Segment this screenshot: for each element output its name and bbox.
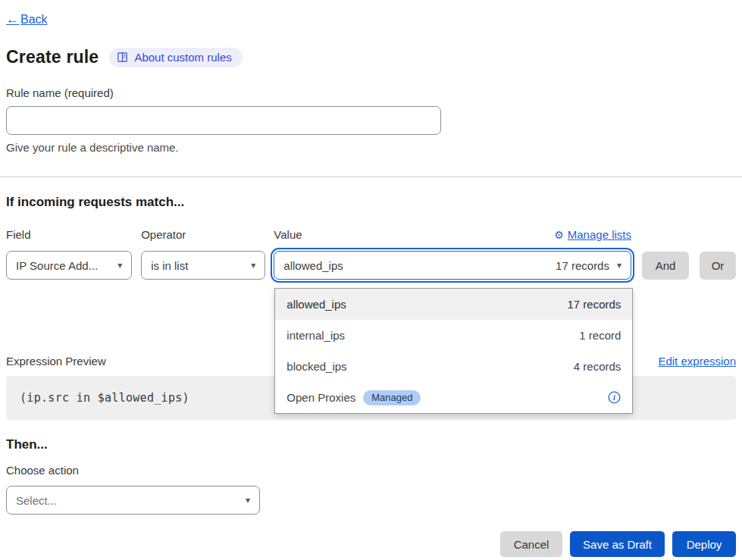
rule-name-label: Rule name (required)	[6, 86, 736, 99]
list-option-internal-ips[interactable]: internal_ips 1 record	[275, 320, 632, 351]
managed-badge: Managed	[363, 390, 421, 405]
choose-action-label: Choose action	[6, 464, 736, 477]
list-option-allowed-ips[interactable]: allowed_ips 17 records	[275, 289, 632, 320]
back-label: Back	[20, 13, 48, 27]
deploy-button[interactable]: Deploy	[672, 531, 736, 557]
back-link[interactable]: ← Back	[6, 12, 48, 27]
chevron-down-icon: ▾	[117, 260, 122, 271]
expression-preview-label: Expression Preview	[6, 355, 106, 368]
save-as-draft-button[interactable]: Save as Draft	[570, 531, 665, 557]
field-column: Field IP Source Add... ▾	[6, 228, 132, 280]
action-select-placeholder: Select...	[16, 494, 57, 507]
title-row: Create rule About custom rules	[6, 47, 736, 67]
or-button[interactable]: Or	[700, 252, 736, 280]
section-divider	[0, 177, 742, 177]
operator-select-value: is in list	[151, 259, 188, 272]
operator-select[interactable]: is in list ▾	[141, 251, 265, 280]
list-option-records: 1 record	[579, 329, 621, 342]
value-select[interactable]: allowed_ips 17 records ▾	[274, 251, 631, 280]
list-option-name: internal_ips	[286, 329, 345, 342]
list-option-name: Open Proxies	[286, 391, 355, 404]
page-title: Create rule	[6, 47, 99, 67]
rule-name-input[interactable]	[6, 106, 441, 135]
value-select-records: 17 records	[556, 259, 609, 272]
chevron-down-icon: ▾	[251, 260, 255, 271]
book-icon	[117, 52, 128, 63]
value-header-row: Value ⚙ Manage lists	[274, 228, 631, 241]
value-select-wrapper: allowed_ips 17 records ▾ allowed_ips 17 …	[274, 251, 631, 280]
list-dropdown-menu: allowed_ips 17 records internal_ips 1 re…	[274, 288, 633, 414]
svg-text:i: i	[613, 393, 615, 402]
gear-icon: ⚙	[554, 229, 564, 241]
action-select[interactable]: Select... ▾	[6, 486, 260, 515]
operator-label: Operator	[141, 228, 265, 241]
info-icon[interactable]: i	[608, 391, 621, 404]
chevron-down-icon: ▾	[617, 260, 621, 271]
value-column: Value ⚙ Manage lists allowed_ips 17 reco…	[274, 228, 631, 280]
manage-lists-link[interactable]: ⚙ Manage lists	[554, 228, 631, 241]
expression-code: (ip.src in $allowed_ips)	[20, 391, 189, 405]
field-select-value: IP Source Add...	[16, 259, 98, 272]
about-custom-rules-link[interactable]: About custom rules	[109, 48, 242, 67]
condition-row: Field IP Source Add... ▾ Operator is in …	[6, 228, 736, 280]
chevron-down-icon: ▾	[246, 495, 250, 505]
list-option-records: 17 records	[567, 298, 621, 311]
manage-lists-label: Manage lists	[568, 228, 631, 241]
list-option-open-proxies[interactable]: Open Proxies Managed i	[275, 382, 632, 413]
field-label: Field	[6, 228, 132, 241]
operator-column: Operator is in list ▾	[141, 228, 265, 280]
list-option-name: allowed_ips	[286, 298, 346, 311]
list-option-name: blocked_ips	[286, 360, 346, 373]
cancel-button[interactable]: Cancel	[500, 531, 562, 557]
match-heading: If incoming requests match...	[6, 195, 736, 210]
and-button[interactable]: And	[642, 252, 689, 280]
edit-expression-link[interactable]: Edit expression	[658, 355, 736, 368]
rule-name-helper: Give your rule a descriptive name.	[6, 141, 736, 154]
then-heading: Then...	[6, 437, 736, 452]
create-rule-page: ← Back Create rule About custom rules Ru…	[0, 0, 742, 560]
value-label: Value	[274, 228, 302, 241]
back-arrow-icon: ←	[6, 12, 19, 27]
field-select[interactable]: IP Source Add... ▾	[6, 251, 132, 280]
list-option-blocked-ips[interactable]: blocked_ips 4 records	[275, 351, 632, 382]
andor-group: And Or	[642, 252, 736, 280]
value-select-value: allowed_ips	[283, 259, 343, 272]
list-option-records: 4 records	[574, 360, 621, 373]
footer-actions: Cancel Save as Draft Deploy	[6, 531, 736, 557]
about-custom-rules-label: About custom rules	[134, 51, 231, 64]
